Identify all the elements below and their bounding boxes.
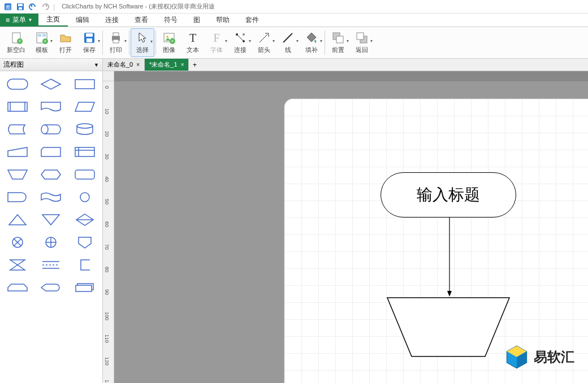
svg-line-29 bbox=[260, 34, 267, 42]
toolbar-front-button[interactable]: 前置▾ bbox=[326, 28, 350, 57]
redo-button[interactable] bbox=[40, 1, 51, 12]
shape-loop-limit[interactable] bbox=[4, 278, 31, 297]
chevron-down-icon: ▼ bbox=[94, 62, 99, 68]
chevron-down-icon: ▾ bbox=[225, 38, 227, 43]
svg-rect-4 bbox=[19, 7, 22, 10]
canvas[interactable]: 输入标题 bbox=[114, 81, 588, 383]
shape-data[interactable] bbox=[71, 97, 98, 116]
chevron-down-icon: ▾ bbox=[98, 38, 100, 43]
toolbar-font-button[interactable]: F字体▾ bbox=[205, 28, 228, 57]
text-icon: T bbox=[186, 31, 200, 45]
chevron-down-icon: ▾ bbox=[370, 38, 373, 43]
watermark: 易软汇 bbox=[504, 345, 574, 369]
shape-terminator[interactable] bbox=[4, 75, 31, 94]
ribbon-tab-2[interactable]: 连接 bbox=[97, 14, 127, 27]
svg-point-28 bbox=[243, 33, 245, 36]
chevron-down-icon: ▾ bbox=[347, 38, 349, 43]
shape-delay[interactable] bbox=[4, 188, 31, 207]
shape-connector[interactable] bbox=[71, 188, 98, 207]
shape-display[interactable] bbox=[37, 278, 64, 297]
toolbar-open-button[interactable]: 打开 bbox=[54, 28, 77, 57]
toolbar-connect-button[interactable]: 连接▾ bbox=[228, 28, 252, 57]
ribbon-tab-6[interactable]: 帮助 bbox=[208, 14, 237, 27]
svg-rect-58 bbox=[76, 285, 92, 291]
shape-sort[interactable] bbox=[71, 210, 98, 229]
chevron-down-icon: ▾ bbox=[320, 38, 322, 43]
shape-tape[interactable] bbox=[37, 188, 64, 207]
chevron-down-icon: ▾ bbox=[273, 38, 275, 43]
manual-operation-node[interactable] bbox=[386, 297, 511, 359]
shape-card[interactable] bbox=[37, 142, 64, 162]
svg-rect-34 bbox=[357, 33, 364, 40]
shape-stored-data[interactable] bbox=[4, 120, 31, 139]
svg-rect-45 bbox=[75, 170, 94, 179]
toolbar-print-button[interactable]: 打印▾ bbox=[104, 28, 128, 57]
shape-annotation[interactable] bbox=[71, 255, 98, 275]
shape-predefined[interactable] bbox=[4, 97, 31, 116]
font-icon: F bbox=[210, 31, 223, 45]
shape-transfer[interactable] bbox=[37, 255, 64, 275]
toolbar-select-button[interactable]: 选择▾ bbox=[131, 28, 154, 57]
page: 输入标题 bbox=[284, 98, 588, 383]
close-tab-icon[interactable]: × bbox=[181, 62, 184, 68]
image-icon: + bbox=[162, 31, 176, 45]
toolbar-new-blank-button[interactable]: +新空白 bbox=[2, 28, 30, 57]
fill-icon bbox=[305, 31, 318, 45]
shape-or[interactable] bbox=[37, 233, 64, 252]
shape-database[interactable] bbox=[71, 120, 98, 139]
shape-manual-op[interactable] bbox=[4, 165, 31, 184]
shape-direct-data[interactable] bbox=[37, 120, 64, 139]
terminator-node[interactable]: 输入标题 bbox=[381, 172, 516, 217]
svg-point-46 bbox=[80, 193, 89, 202]
document-tab[interactable]: 未命名_0× bbox=[103, 59, 145, 71]
svg-rect-18 bbox=[113, 40, 119, 43]
toolbar-save-button[interactable]: 保存▾ bbox=[77, 28, 101, 57]
ribbon-tab-1[interactable]: 编辑 bbox=[68, 14, 97, 27]
connector[interactable] bbox=[447, 217, 452, 299]
shape-multi-doc[interactable] bbox=[71, 278, 98, 297]
ribbon-tab-4[interactable]: 符号 bbox=[156, 14, 185, 27]
shape-internal-storage[interactable] bbox=[71, 142, 98, 162]
line-icon bbox=[281, 31, 295, 45]
ribbon-tab-0[interactable]: 主页 bbox=[38, 14, 68, 27]
add-document-tab[interactable]: + bbox=[189, 59, 200, 71]
ribbon-tab-5[interactable]: 图 bbox=[185, 14, 208, 27]
close-tab-icon[interactable]: × bbox=[136, 62, 140, 68]
shape-preparation[interactable] bbox=[37, 165, 64, 184]
shape-panel-header[interactable]: 流程图 ▼ bbox=[0, 59, 102, 71]
shape-collate[interactable] bbox=[4, 255, 31, 275]
shape-extract[interactable] bbox=[4, 210, 31, 229]
save-quick-button[interactable] bbox=[15, 1, 26, 12]
toolbar-line-button[interactable]: 线▾ bbox=[276, 28, 300, 57]
toolbar-back-button[interactable]: 返回▾ bbox=[350, 28, 374, 57]
document-tab[interactable]: *未命名_1× bbox=[145, 59, 189, 71]
template-icon: + bbox=[35, 31, 49, 45]
toolbar-arrow-button[interactable]: 箭头▾ bbox=[252, 28, 276, 57]
toolbar-fill-button[interactable]: 填补▾ bbox=[300, 28, 323, 57]
menu-button[interactable]: ≡ 菜单 ▼ bbox=[0, 14, 38, 27]
shape-document[interactable] bbox=[37, 97, 64, 116]
ribbon-tab-3[interactable]: 查看 bbox=[127, 14, 156, 27]
shape-summing[interactable] bbox=[4, 233, 31, 252]
svg-text:图: 图 bbox=[6, 5, 11, 10]
toolbar-text-button[interactable]: T文本 bbox=[181, 28, 205, 57]
svg-point-20 bbox=[166, 36, 168, 38]
toolbar-image-button[interactable]: +图像 bbox=[157, 28, 181, 57]
back-icon bbox=[355, 31, 369, 45]
shape-manual-input[interactable] bbox=[4, 142, 31, 162]
vertical-ruler: 0102030405060708090100110120130 bbox=[103, 81, 114, 383]
svg-text:+: + bbox=[171, 38, 174, 44]
chevron-down-icon: ▾ bbox=[296, 38, 299, 43]
svg-text:+: + bbox=[18, 38, 21, 44]
shape-offpage[interactable] bbox=[71, 233, 98, 252]
shape-merge[interactable] bbox=[37, 210, 64, 229]
toolbar-template-button[interactable]: +模板▾ bbox=[30, 28, 54, 57]
svg-rect-9 bbox=[38, 34, 41, 37]
shape-process[interactable] bbox=[71, 75, 98, 94]
shape-alternate[interactable] bbox=[71, 165, 98, 184]
shape-decision[interactable] bbox=[37, 75, 64, 94]
undo-button[interactable] bbox=[27, 1, 38, 12]
ribbon-tab-7[interactable]: 套件 bbox=[237, 14, 267, 27]
chevron-down-icon: ▾ bbox=[150, 39, 153, 44]
svg-rect-15 bbox=[87, 38, 92, 42]
